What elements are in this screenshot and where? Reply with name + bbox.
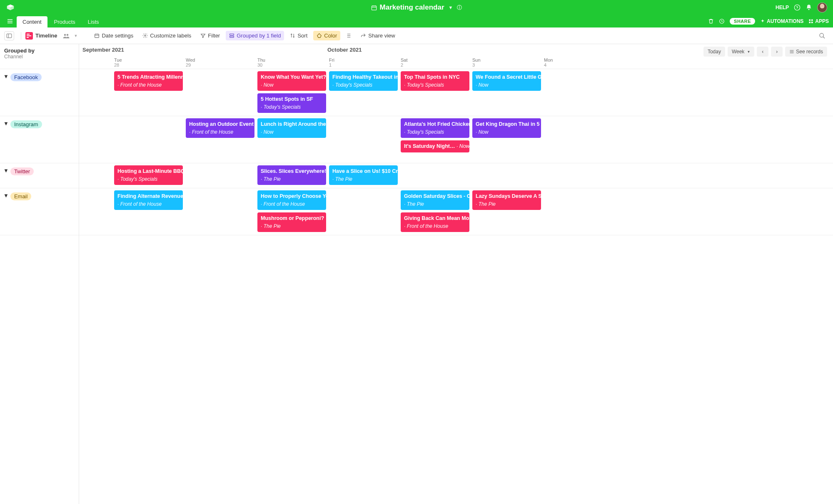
- chevron-down-icon: ▼: [74, 34, 78, 38]
- share-view-button[interactable]: Share view: [357, 31, 398, 40]
- group-label-email[interactable]: ▼Email: [0, 188, 79, 235]
- month-label: September 2021: [82, 47, 124, 53]
- record-card[interactable]: Finding Alternate Revenue StreamsFront o…: [114, 190, 183, 210]
- timeline-icon: [25, 32, 33, 40]
- help-link[interactable]: HELP: [776, 5, 789, 10]
- record-card[interactable]: Hosting a Last-Minute BBQToday's Special…: [114, 165, 183, 185]
- history-icon[interactable]: [719, 18, 725, 24]
- tab-lists[interactable]: Lists: [82, 16, 105, 27]
- group-lane-twitter: Hosting a Last-Minute BBQToday's Special…: [79, 163, 833, 188]
- svg-rect-12: [230, 36, 234, 37]
- collapse-icon[interactable]: ▼: [3, 167, 9, 174]
- record-card[interactable]: 5 Trends Attracting MillennialsFront of …: [114, 71, 183, 91]
- svg-point-1: [794, 5, 800, 10]
- sort-button[interactable]: Sort: [287, 31, 311, 40]
- group-label-instagram[interactable]: ▼Instagram: [0, 116, 79, 163]
- record-card[interactable]: Lunch is Right Around the CornerNow: [257, 118, 326, 138]
- base-title[interactable]: Marketing calendar ▼ ⓘ: [371, 3, 462, 12]
- tab-products[interactable]: Products: [48, 16, 81, 27]
- record-card[interactable]: Finding Healthy Takeout in SeattleToday'…: [329, 71, 398, 91]
- svg-rect-6: [7, 34, 12, 37]
- zoom-selector[interactable]: Week▼: [728, 47, 754, 57]
- svg-rect-5: [811, 22, 813, 23]
- day-header: Fri1: [329, 57, 334, 67]
- view-toolbar: Timeline ▼ Date settings Customize label…: [0, 27, 833, 44]
- prev-button[interactable]: ‹: [757, 47, 768, 57]
- tab-content[interactable]: Content: [17, 16, 47, 27]
- color-button[interactable]: Color: [313, 31, 340, 40]
- record-card[interactable]: Mushroom or Pepperoni?The Pie: [257, 212, 326, 232]
- calendar-icon: [371, 5, 377, 11]
- group-lane-facebook: 5 Trends Attracting MillennialsFront of …: [79, 69, 833, 116]
- svg-rect-2: [809, 20, 811, 21]
- next-button[interactable]: ›: [771, 47, 783, 57]
- svg-point-13: [820, 33, 823, 37]
- share-button[interactable]: SHARE: [730, 18, 755, 25]
- record-card[interactable]: We Found a Secret Little GemNow: [472, 71, 541, 91]
- app-logo[interactable]: [6, 3, 15, 12]
- group-label-twitter[interactable]: ▼Twitter: [0, 163, 79, 188]
- record-card[interactable]: Slices. Slices Everywhere!The Pie: [257, 165, 326, 185]
- base-title-text: Marketing calendar: [380, 3, 444, 12]
- record-card[interactable]: Giving Back Can Mean More ProfitFront of…: [401, 212, 469, 232]
- record-card[interactable]: How to Properly Choose Your BrandFront o…: [257, 190, 326, 210]
- group-sidebar: Grouped by Channel ▼Facebook▼Instagram▼T…: [0, 44, 79, 504]
- view-name[interactable]: Timeline ▼: [25, 32, 77, 40]
- notifications-icon[interactable]: [806, 4, 812, 11]
- channel-pill: Instagram: [10, 120, 42, 128]
- record-card[interactable]: Top Thai Spots in NYCToday's Specials: [401, 71, 469, 91]
- day-header: Sat2: [401, 57, 408, 67]
- channel-pill: Email: [10, 192, 32, 200]
- collapse-icon[interactable]: ▼: [3, 73, 9, 80]
- svg-rect-0: [372, 6, 376, 10]
- info-icon[interactable]: ⓘ: [457, 4, 462, 11]
- group-label-facebook[interactable]: ▼Facebook: [0, 69, 79, 116]
- record-card[interactable]: Atlanta's Hot Fried Chicken CelebrationT…: [401, 118, 469, 138]
- day-header: Sun3: [472, 57, 481, 67]
- collapse-icon[interactable]: ▼: [3, 192, 9, 199]
- chevron-down-icon: ▼: [449, 5, 453, 10]
- filter-button[interactable]: Filter: [197, 31, 223, 40]
- user-avatar[interactable]: [817, 2, 827, 12]
- separator: [21, 32, 21, 40]
- record-card[interactable]: 5 Hottest Spots in SFToday's Specials: [257, 93, 326, 113]
- toggle-sidebar-button[interactable]: [4, 31, 14, 40]
- record-card[interactable]: Golden Saturday Slices - Only $The Pie: [401, 190, 469, 210]
- channel-pill: Twitter: [10, 167, 34, 175]
- svg-point-8: [66, 34, 68, 36]
- apps-button[interactable]: APPS: [808, 18, 829, 24]
- record-card[interactable]: Lazy Sundays Deserve A SliceThe Pie: [472, 190, 541, 210]
- collapse-icon[interactable]: ▼: [3, 120, 9, 127]
- timeline-main: Grouped by Channel ▼Facebook▼Instagram▼T…: [0, 44, 833, 504]
- svg-rect-4: [809, 22, 811, 23]
- record-card[interactable]: It's Saturday Night… · Now: [401, 140, 469, 152]
- app-topbar: Marketing calendar ▼ ⓘ HELP: [0, 0, 833, 15]
- day-header: Tue28: [114, 57, 122, 67]
- customize-labels-button[interactable]: Customize labels: [139, 31, 195, 40]
- trash-icon[interactable]: [708, 18, 714, 24]
- group-lane-instagram: Hosting an Outdoor EventFront of the Hou…: [79, 116, 833, 163]
- collaborators-icon[interactable]: [62, 33, 70, 39]
- record-card[interactable]: Know What You Want Yet?Now: [257, 71, 326, 91]
- hamburger-icon[interactable]: [7, 18, 13, 25]
- date-settings-button[interactable]: Date settings: [91, 31, 137, 40]
- see-records-button[interactable]: See records: [785, 47, 827, 57]
- timeline-controls: Today Week▼ ‹ › See records: [703, 47, 827, 57]
- group-button[interactable]: Grouped by 1 field: [226, 31, 284, 40]
- month-label: October 2021: [327, 47, 362, 53]
- record-card[interactable]: Have a Slice on Us! $10 CreditThe Pie: [329, 165, 398, 185]
- svg-rect-11: [230, 34, 234, 35]
- row-height-button[interactable]: [343, 31, 355, 40]
- svg-rect-3: [811, 20, 813, 21]
- search-button[interactable]: [816, 31, 829, 41]
- record-card[interactable]: Get King Dragon Thai in 5 MinutesNow: [472, 118, 541, 138]
- svg-point-10: [145, 35, 146, 36]
- automations-button[interactable]: AUTOMATIONS: [760, 18, 803, 24]
- channel-pill: Facebook: [10, 73, 42, 81]
- today-button[interactable]: Today: [703, 47, 725, 57]
- record-card[interactable]: Hosting an Outdoor EventFront of the Hou…: [186, 118, 254, 138]
- timeline-canvas[interactable]: September 2021October 2021Tue28Wed29Thu3…: [79, 44, 833, 504]
- day-header: Wed29: [186, 57, 195, 67]
- day-header: Thu30: [257, 57, 265, 67]
- help-icon[interactable]: [794, 4, 801, 11]
